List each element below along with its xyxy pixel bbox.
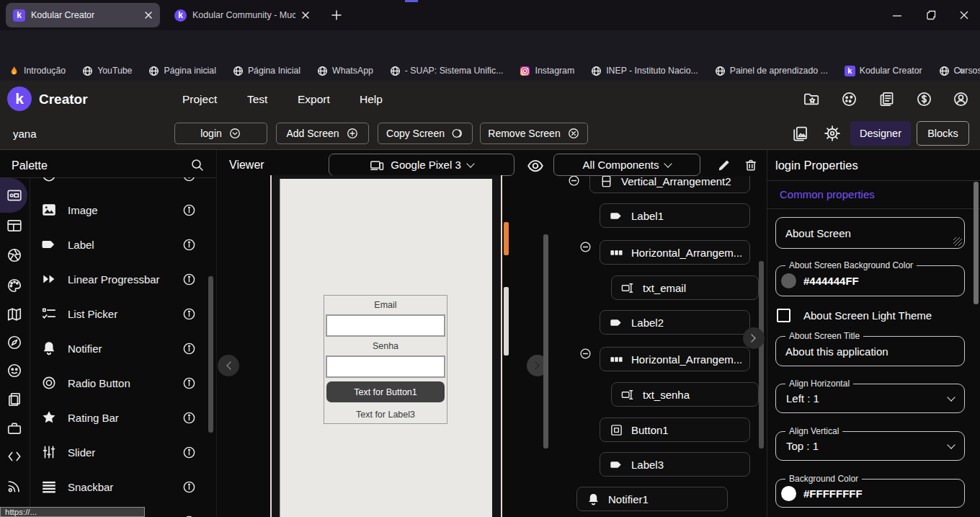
visibility-eye-icon[interactable] <box>526 156 545 175</box>
components-filter-button[interactable]: All Components <box>553 154 700 176</box>
bookmark-item[interactable]: YouTube <box>82 66 132 76</box>
tree-item-horizontal-arrangement1[interactable]: Horizontal_Arrangem... <box>600 240 750 265</box>
tree-item-txt-email[interactable]: txt_email <box>611 275 759 300</box>
tree-item-horizontal-arrangement2[interactable]: Horizontal_Arrangem... <box>600 347 750 371</box>
category-media-icon[interactable] <box>6 247 22 263</box>
palette-item-image[interactable]: Image <box>30 193 208 227</box>
remove-screen-button[interactable]: Remove Screen <box>480 123 588 144</box>
color-swatch[interactable] <box>781 273 796 288</box>
rename-pencil-icon[interactable] <box>717 158 731 172</box>
tree-scrollbar[interactable] <box>759 261 764 448</box>
collapse-left-chevron-button[interactable] <box>218 355 239 376</box>
align-horizontal-select[interactable]: Align Horizontal Left : 1 <box>775 384 965 413</box>
common-properties-link[interactable]: Common properties <box>780 188 875 200</box>
info-icon[interactable] <box>182 177 196 182</box>
category-drawing-icon[interactable] <box>6 278 22 293</box>
window-maximize-icon[interactable] <box>925 9 937 21</box>
category-social-icon[interactable] <box>6 363 22 379</box>
bookmark-item[interactable]: Página Inicial <box>233 66 300 76</box>
tree-item-notifier1[interactable]: Notifier1 <box>576 487 728 511</box>
palette-scrollbar[interactable] <box>208 276 213 433</box>
category-connectivity-icon[interactable] <box>6 478 22 494</box>
label3[interactable]: Text for Label3 <box>324 406 447 423</box>
palette-item-linear-progressbar[interactable]: Linear Progressbar <box>30 262 208 296</box>
tab-close-icon[interactable] <box>144 11 153 19</box>
collapse-icon[interactable] <box>579 348 592 360</box>
palette-item-rating-bar[interactable]: Rating Bar <box>30 400 208 435</box>
category-storage-icon[interactable] <box>6 392 22 407</box>
category-sensors-icon[interactable] <box>6 335 22 350</box>
info-icon[interactable] <box>182 238 196 252</box>
menu-project[interactable]: Project <box>182 93 217 106</box>
palette-item-slider[interactable]: Slider <box>30 435 208 469</box>
info-icon[interactable] <box>182 273 196 286</box>
category-user-interface-icon[interactable] <box>6 187 22 203</box>
bookmark-item[interactable]: Página inicial <box>148 66 215 76</box>
delete-trash-icon[interactable] <box>744 158 758 172</box>
tree-item-button1[interactable]: Button1 <box>600 417 750 442</box>
tab-kodular-community[interactable]: k Kodular Community - Much m <box>167 3 317 27</box>
bookmark-item[interactable]: Introdução <box>9 66 66 76</box>
color-swatch[interactable] <box>781 486 796 501</box>
bookmark-item[interactable]: Painel de aprendizado ... <box>715 66 828 76</box>
account-icon[interactable] <box>953 91 969 107</box>
resize-handle[interactable] <box>953 237 962 246</box>
info-icon[interactable] <box>182 515 196 517</box>
button1[interactable]: Text for Button1 <box>326 381 445 402</box>
settings-gear-icon[interactable] <box>824 125 841 142</box>
background-color-field[interactable]: Background Color #FFFFFFFF <box>775 479 965 508</box>
commission-icon[interactable] <box>916 91 932 107</box>
palette-item-snackbar[interactable]: Snackbar <box>30 469 208 504</box>
bookmark-item[interactable]: Instagram <box>520 66 574 76</box>
label2[interactable]: Senha <box>324 337 447 355</box>
phone-screen[interactable]: Email Senha Text for Button1 Text for La… <box>280 179 492 517</box>
txt-email-field[interactable] <box>326 314 445 337</box>
category-extensions-icon[interactable] <box>6 448 22 464</box>
tree-item-label1[interactable]: Label1 <box>600 203 750 228</box>
tab-kodular-creator[interactable]: k Kodular Creator <box>6 3 160 27</box>
info-icon[interactable] <box>182 446 196 459</box>
info-icon[interactable] <box>182 342 196 355</box>
info-icon[interactable] <box>182 480 196 494</box>
palette-item-notifier[interactable]: Notifier <box>30 331 208 366</box>
kodular-logo[interactable]: k <box>7 87 32 111</box>
documentation-icon[interactable] <box>878 91 895 107</box>
copy-screen-button[interactable]: Copy Screen <box>378 123 473 144</box>
collapse-icon[interactable] <box>568 176 580 187</box>
tree-item-label2[interactable]: Label2 <box>600 310 750 335</box>
category-maps-icon[interactable] <box>6 306 22 322</box>
info-icon[interactable] <box>182 411 196 425</box>
vertical-arrangement[interactable]: Email Senha Text for Button1 Text for La… <box>324 295 447 424</box>
window-minimize-icon[interactable] <box>891 9 903 21</box>
theme-icon[interactable] <box>841 91 858 107</box>
viewer-scrollbar[interactable] <box>543 234 548 448</box>
info-icon[interactable] <box>182 307 196 321</box>
add-screen-button[interactable]: Add Screen <box>276 123 369 144</box>
designer-tab[interactable]: Designer <box>850 121 911 146</box>
menu-test[interactable]: Test <box>247 93 267 106</box>
collapse-icon[interactable] <box>579 241 592 253</box>
light-theme-checkbox[interactable] <box>777 309 790 322</box>
about-bg-color-field[interactable]: About Screen Background Color #444444FF <box>775 265 965 296</box>
screens-gallery-icon[interactable] <box>791 125 808 142</box>
bookmarks-overflow-chevron[interactable]: » <box>958 63 964 76</box>
info-icon[interactable] <box>182 203 196 217</box>
assets-folder-icon[interactable] <box>803 91 819 107</box>
screen-selector-button[interactable]: login <box>174 123 267 144</box>
info-icon[interactable] <box>182 376 196 390</box>
bookmark-item[interactable]: k Kodular Creator <box>845 66 922 76</box>
align-vertical-select[interactable]: Align Vertical Top : 1 <box>775 431 965 461</box>
category-utilities-icon[interactable] <box>6 420 22 436</box>
tree-item-txt-senha[interactable]: txt_senha <box>611 382 759 407</box>
palette-item-partial[interactable] <box>30 177 208 193</box>
bookmark-item[interactable]: INEP - Instituto Nacio... <box>591 66 698 76</box>
txt-senha-field[interactable] <box>326 355 445 378</box>
blocks-tab[interactable]: Blocks <box>917 121 969 146</box>
palette-item-list-picker[interactable]: List Picker <box>30 296 208 331</box>
device-selector[interactable]: Google Pixel 3 <box>329 154 514 176</box>
category-layout-icon[interactable] <box>6 218 22 234</box>
new-tab-button[interactable] <box>330 9 343 22</box>
bookmark-item[interactable]: WhatsApp <box>317 66 373 76</box>
menu-export[interactable]: Export <box>298 93 330 106</box>
bookmark-item[interactable]: - SUAP: Sistema Unific... <box>390 66 504 76</box>
